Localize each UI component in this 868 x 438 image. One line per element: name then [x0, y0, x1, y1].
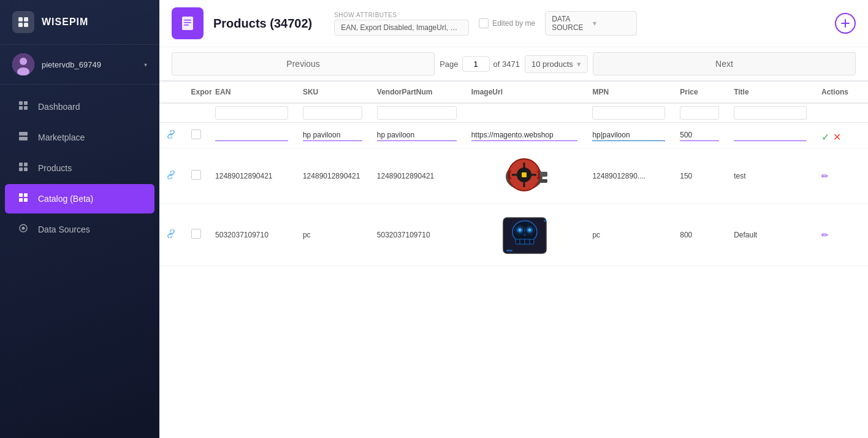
- row-link-cell: [159, 123, 184, 148]
- sidebar-item-catalog[interactable]: Catalog (Beta): [5, 184, 154, 213]
- table-row: 5032037109710 pc 5032037109710: [159, 204, 868, 266]
- row-price-cell[interactable]: [672, 123, 726, 148]
- filter-sku[interactable]: [295, 103, 370, 123]
- filter-ean[interactable]: [208, 103, 295, 123]
- row-checkbox[interactable]: [191, 129, 201, 139]
- svg-rect-26: [184, 25, 189, 26]
- product-image-wheel: [498, 153, 550, 196]
- sidebar-item-products[interactable]: Products: [5, 153, 154, 183]
- col-link-header: [159, 82, 184, 103]
- main-content: Products (34702) SHOW ATTRIBUTES EAN, Ex…: [159, 0, 868, 438]
- ean-cell: 5032037109710: [208, 204, 295, 266]
- svg-rect-1: [24, 17, 28, 21]
- page-number-input[interactable]: [462, 56, 490, 72]
- svg-rect-10: [24, 106, 28, 110]
- filter-title[interactable]: [726, 103, 814, 123]
- row-title-cell[interactable]: New value for T: [726, 123, 814, 148]
- title-cell: Default: [726, 204, 814, 266]
- price-cell: 800: [672, 204, 726, 266]
- sku-inline-input[interactable]: [303, 129, 362, 141]
- row-sku-cell[interactable]: [295, 123, 370, 148]
- svg-rect-9: [19, 106, 23, 110]
- data-source-label: DATA SOURCE: [552, 15, 589, 32]
- products-table: Expor EAN SKU VendorPartNum ImageUrl: [159, 82, 868, 266]
- nav-menu: Dashboard Marketplace Products: [0, 85, 159, 438]
- sidebar-item-label: Dashboard: [38, 102, 80, 112]
- cancel-edit-button[interactable]: ✕: [833, 131, 841, 143]
- mpn-cell: pc: [585, 204, 672, 266]
- edit-row-button[interactable]: ✏: [821, 230, 829, 240]
- filter-mpn[interactable]: [585, 103, 672, 123]
- title-filter-input[interactable]: [734, 106, 807, 120]
- sidebar-item-label: Products: [38, 163, 72, 173]
- row-checkbox[interactable]: [191, 229, 201, 239]
- sku-cell: 12489012890421: [295, 148, 370, 204]
- show-attributes-label: SHOW ATTRIBUTES: [334, 12, 469, 18]
- products-table-container: Expor EAN SKU VendorPartNum ImageUrl: [159, 82, 868, 438]
- link-icon[interactable]: [167, 171, 175, 181]
- link-icon[interactable]: [167, 230, 175, 240]
- price-inline-input[interactable]: [680, 129, 719, 141]
- sidebar-item-label: Catalog (Beta): [38, 194, 93, 204]
- row-ean-cell[interactable]: New value for EAN: [208, 123, 295, 148]
- sidebar-item-marketplace[interactable]: Marketplace: [5, 123, 154, 152]
- title-inline-input[interactable]: [734, 129, 807, 141]
- svg-rect-54: [506, 250, 512, 252]
- sku-filter-input[interactable]: [303, 106, 362, 120]
- row-export-cell: [184, 204, 208, 266]
- link-icon[interactable]: [167, 131, 175, 140]
- products-per-page-dropdown[interactable]: 10 products ▾: [525, 55, 588, 73]
- vendorpart-cell: 12489012890421: [370, 148, 464, 204]
- actions-cell: ✏: [814, 204, 868, 266]
- attributes-value[interactable]: EAN, Export Disabled, ImageUrl, M...: [334, 20, 469, 36]
- svg-rect-25: [184, 22, 191, 23]
- ean-inline-input[interactable]: [215, 129, 288, 141]
- filter-imageurl: [464, 103, 585, 123]
- row-vendorpart-cell[interactable]: [370, 123, 464, 148]
- total-pages: of 3471: [493, 60, 520, 69]
- sidebar-item-label: Data Sources: [38, 225, 90, 234]
- filter-price[interactable]: [672, 103, 726, 123]
- sidebar-item-dashboard[interactable]: Dashboard: [5, 92, 154, 121]
- page-icon: [172, 7, 204, 39]
- col-sku-header: SKU: [295, 82, 370, 103]
- data-source-dropdown[interactable]: DATA SOURCE ▾: [545, 11, 637, 36]
- filter-export: [184, 103, 208, 123]
- ean-filter-input[interactable]: [215, 106, 288, 120]
- col-title-header: Title: [726, 82, 814, 103]
- row-mpn-cell[interactable]: [585, 123, 672, 148]
- user-menu[interactable]: pietervdb_69749 ▾: [0, 45, 159, 85]
- vendorpart-cell: 5032037109710: [370, 204, 464, 266]
- sidebar-item-datasources[interactable]: Data Sources: [5, 215, 154, 244]
- row-checkbox[interactable]: [191, 170, 201, 180]
- product-image-skull: [497, 209, 552, 261]
- svg-rect-11: [19, 132, 28, 136]
- svg-point-47: [523, 234, 526, 236]
- filter-vendorpart[interactable]: [370, 103, 464, 123]
- confirm-edit-button[interactable]: ✓: [821, 131, 829, 143]
- edited-by-me-checkbox[interactable]: [479, 18, 489, 28]
- next-button[interactable]: Next: [593, 52, 856, 75]
- username: pietervdb_69749: [42, 60, 137, 69]
- row-export-cell: [184, 123, 208, 148]
- vendorpart-filter-input[interactable]: [377, 106, 457, 120]
- svg-rect-15: [19, 167, 23, 171]
- edit-row-button[interactable]: ✏: [821, 171, 829, 181]
- add-button[interactable]: [835, 13, 856, 34]
- products-count: 10 products: [531, 60, 573, 69]
- svg-rect-24: [184, 20, 191, 21]
- sidebar: WISEPIM pietervdb_69749 ▾ Dashboard: [0, 0, 159, 438]
- mpn-filter-input[interactable]: [592, 106, 665, 120]
- imageurl-inline-input[interactable]: [471, 129, 578, 141]
- row-export-cell: [184, 148, 208, 204]
- mpn-inline-input[interactable]: [592, 129, 665, 141]
- price-filter-input[interactable]: [680, 106, 719, 120]
- svg-rect-38: [539, 172, 547, 177]
- row-link-cell: [159, 148, 184, 204]
- row-imageurl-cell[interactable]: [464, 123, 585, 148]
- vendorpart-inline-input[interactable]: [377, 129, 457, 141]
- header-top: Products (34702) SHOW ATTRIBUTES EAN, Ex…: [159, 0, 868, 47]
- previous-button[interactable]: Previous: [172, 52, 435, 75]
- svg-rect-13: [19, 163, 23, 166]
- col-ean-header: EAN: [208, 82, 295, 103]
